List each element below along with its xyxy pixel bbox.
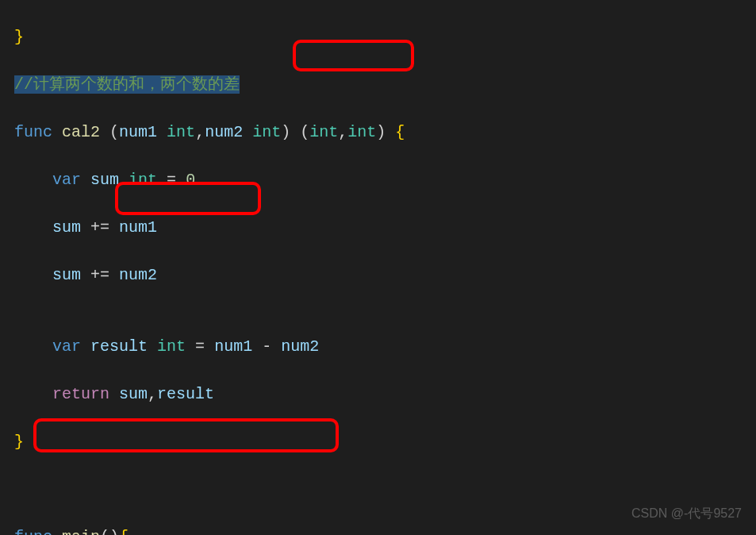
code-line: var result int = num1 - num2 (14, 335, 756, 359)
sp (290, 123, 300, 141)
sp (119, 171, 129, 189)
sp (157, 171, 167, 189)
number: 0 (186, 171, 195, 189)
sp (186, 337, 195, 356)
identifier: num1 (214, 337, 252, 356)
sp (109, 266, 119, 284)
sp (100, 123, 109, 141)
paren: () (100, 528, 119, 535)
code-line: } (14, 25, 756, 49)
identifier: num2 (281, 337, 319, 356)
comment: //计算两个数的和，两个数的差 (14, 75, 240, 94)
comma: , (148, 385, 157, 403)
keyword-func: func (14, 123, 52, 141)
keyword-var: var (52, 337, 81, 356)
sp (81, 337, 90, 356)
brace: } (14, 433, 24, 451)
keyword-return: return (52, 385, 109, 403)
code-line: var sum int = 0 (14, 168, 756, 192)
paren-close: ) (376, 123, 386, 141)
type: int (252, 123, 281, 141)
type: int (129, 171, 157, 189)
code-line: func main(){ (14, 525, 756, 535)
operator: = (195, 337, 205, 356)
sp (109, 218, 119, 237)
identifier: sum (52, 266, 81, 284)
type: int (167, 123, 195, 141)
type: int (347, 123, 376, 141)
type: int (309, 123, 338, 141)
func-name: cal2 (62, 123, 100, 141)
code-line: //计算两个数的和，两个数的差 (14, 73, 756, 97)
identifier: num1 (119, 218, 157, 237)
sp (386, 123, 395, 141)
paren-open: ( (300, 123, 309, 141)
sp (52, 528, 62, 535)
paren-close: ) (281, 123, 290, 141)
code-line: sum += num1 (14, 216, 756, 240)
operator: - (262, 337, 271, 356)
param: num1 (119, 123, 157, 141)
identifier: sum (52, 218, 81, 237)
identifier: sum (119, 385, 148, 403)
func-name: main (62, 528, 100, 535)
brace: } (14, 28, 24, 46)
sp (252, 337, 262, 356)
code-line: func cal2 (num1 int,num2 int) (int,int) … (14, 121, 756, 144)
sp (271, 337, 281, 356)
code-line: sum += num2 (14, 264, 756, 287)
brace: { (395, 123, 405, 141)
sp (81, 171, 90, 189)
operator: = (167, 171, 176, 189)
code-block: } //计算两个数的和，两个数的差 func cal2 (num1 int,nu… (0, 0, 756, 535)
sp (176, 171, 186, 189)
type: int (157, 337, 186, 356)
code-line: } (14, 430, 756, 454)
comma: , (338, 123, 347, 141)
comma: , (195, 123, 205, 141)
code-line: return sum,result (14, 383, 756, 406)
sp (81, 266, 90, 284)
param: num2 (205, 123, 243, 141)
operator: += (90, 218, 109, 237)
paren-open: ( (109, 123, 119, 141)
sp (243, 123, 252, 141)
operator: += (90, 266, 109, 284)
identifier: result (157, 385, 214, 403)
sp (148, 337, 157, 356)
identifier: result (90, 337, 148, 356)
sp (81, 218, 90, 237)
keyword-var: var (52, 171, 81, 189)
sp (109, 385, 119, 403)
sp (205, 337, 214, 356)
sp (157, 123, 167, 141)
sp (52, 123, 62, 141)
keyword-func: func (14, 528, 52, 535)
identifier: num2 (119, 266, 157, 284)
watermark: CSDN @-代号9527 (631, 502, 742, 525)
brace: { (119, 528, 129, 535)
identifier: sum (90, 171, 119, 189)
